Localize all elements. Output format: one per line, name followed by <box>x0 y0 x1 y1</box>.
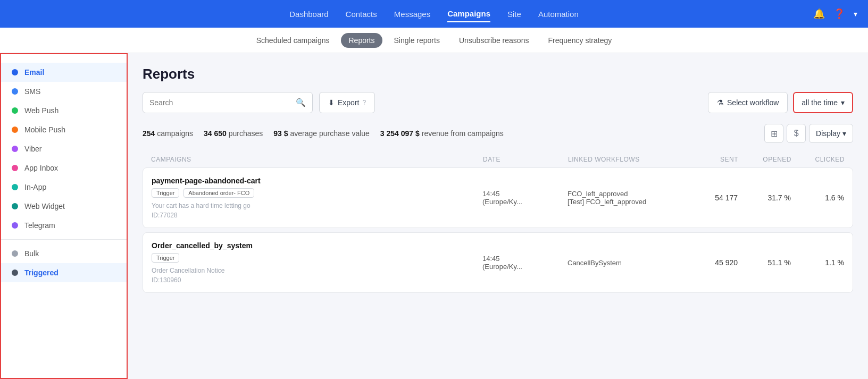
user-dropdown-icon[interactable]: ▾ <box>854 10 857 18</box>
badge-trigger-1: Trigger <box>152 188 179 198</box>
sub-navigation: Scheduled campaigns Reports Single repor… <box>0 28 868 53</box>
campaign-name-2: Order_cancelled_by_system <box>152 241 482 250</box>
main-layout: Email SMS Web Push Mobile Push Viber App… <box>0 53 868 379</box>
triggered-dot <box>12 269 18 276</box>
display-chevron-icon: ▾ <box>842 129 846 138</box>
sidebar-item-label-sms: SMS <box>24 87 40 96</box>
sidebar-item-email[interactable]: Email <box>1 63 127 82</box>
campaigns-label: campaigns <box>157 129 193 138</box>
export-label: Export <box>338 98 359 107</box>
campaign-clicked-1: 1.6 % <box>791 193 844 202</box>
subnav-scheduled-campaigns[interactable]: Scheduled campaigns <box>249 33 337 48</box>
filter-icon: ⚗ <box>717 98 724 107</box>
grid-view-button[interactable]: ⊞ <box>764 124 783 143</box>
export-icon: ⬇ <box>328 98 335 107</box>
col-date: Date <box>483 156 568 163</box>
stats-bar: 254 campaigns 34 650 purchases 93 $ aver… <box>143 124 853 143</box>
campaign-sent-2: 45 920 <box>685 258 738 267</box>
campaign-clicked-2: 1.1 % <box>791 258 844 267</box>
all-time-button[interactable]: all the time ▾ <box>793 92 853 113</box>
sidebar-item-label-app-inbox: App Inbox <box>24 164 58 172</box>
email-dot <box>12 69 18 75</box>
subnav-reports[interactable]: Reports <box>341 33 382 48</box>
table-row[interactable]: payment-page-abandoned-cart Trigger Aban… <box>143 167 853 228</box>
subnav-frequency-strategy[interactable]: Frequency strategy <box>540 33 619 48</box>
campaign-badges-1: Trigger Abandoned order- FCO <box>152 188 482 200</box>
campaign-date-1: 14:45 (Europe/Ky... <box>482 190 567 206</box>
export-help-icon: ? <box>362 99 366 106</box>
badge-workflow-1: Abandoned order- FCO <box>183 188 254 198</box>
all-time-label: all the time <box>802 98 838 107</box>
display-label: Display <box>816 129 840 138</box>
campaign-info-1: payment-page-abandoned-cart Trigger Aban… <box>152 176 482 219</box>
display-dropdown-button[interactable]: Display ▾ <box>809 124 853 143</box>
col-sent: Sent <box>685 156 738 163</box>
campaign-opened-1: 31.7 % <box>738 193 791 202</box>
nav-messages[interactable]: Messages <box>394 6 430 22</box>
sidebar-item-sms[interactable]: SMS <box>1 82 127 101</box>
subnav-unsubscribe-reasons[interactable]: Unsubscribe reasons <box>452 33 537 48</box>
sidebar-item-app-inbox[interactable]: App Inbox <box>1 158 127 178</box>
help-icon[interactable]: ❓ <box>833 8 845 20</box>
sidebar-item-bulk[interactable]: Bulk <box>1 244 127 263</box>
all-time-chevron-icon: ▾ <box>841 98 845 107</box>
sidebar-item-viber[interactable]: Viber <box>1 139 127 158</box>
revenue-currency: $ <box>415 129 420 138</box>
campaign-desc-2: Order Cancellation Notice <box>152 267 482 274</box>
dollar-icon: $ <box>794 129 799 138</box>
sidebar-item-label-bulk: Bulk <box>24 249 39 258</box>
avg-purchase-value: 93 <box>273 129 282 138</box>
sidebar-item-label-triggered: Triggered <box>24 268 59 277</box>
table-header: Campaigns Date Linked workflows Sent Ope… <box>143 151 853 167</box>
revenue-label: revenue from campaigns <box>422 129 504 138</box>
app-inbox-dot <box>12 165 18 171</box>
campaigns-count: 254 <box>143 129 155 138</box>
nav-right-icons: 🔔 ❓ ▾ <box>813 8 857 20</box>
purchases-label: purchases <box>229 129 263 138</box>
search-input[interactable] <box>149 98 296 107</box>
currency-view-button[interactable]: $ <box>787 124 806 143</box>
export-button[interactable]: ⬇ Export ? <box>319 92 375 113</box>
sidebar-item-web-widget[interactable]: Web Widget <box>1 197 127 216</box>
sidebar-item-triggered[interactable]: Triggered <box>1 263 127 282</box>
select-workflow-label: Select workflow <box>727 98 779 107</box>
search-box[interactable]: 🔍 <box>143 92 313 113</box>
campaign-workflows-2: CancellBySystem <box>567 259 685 267</box>
nav-dashboard[interactable]: Dashboard <box>289 6 328 22</box>
nav-contacts[interactable]: Contacts <box>346 6 377 22</box>
sidebar-item-label-viber: Viber <box>24 145 41 153</box>
campaign-info-2: Order_cancelled_by_system Trigger Order … <box>152 241 482 284</box>
campaign-sent-1: 54 177 <box>685 193 738 202</box>
campaign-workflows-1: FCO_left_approved [Test] FCO_left_approv… <box>567 190 685 206</box>
nav-automation[interactable]: Automation <box>538 6 579 22</box>
campaign-opened-2: 51.1 % <box>738 258 791 267</box>
revenue-count: 3 254 097 <box>380 129 413 138</box>
sidebar-item-in-app[interactable]: In-App <box>1 178 127 197</box>
col-opened: Opened <box>738 156 791 163</box>
avg-purchase-label: average purchase value <box>290 129 369 138</box>
sidebar: Email SMS Web Push Mobile Push Viber App… <box>0 53 128 379</box>
mobile-push-dot <box>12 127 18 133</box>
main-content: Reports 🔍 ⬇ Export ? ⚗ Select workflow a… <box>128 53 868 379</box>
campaign-desc-1: Your cart has a hard time letting go <box>152 202 482 209</box>
campaign-badges-2: Trigger <box>152 253 482 265</box>
bulk-dot <box>12 250 18 257</box>
sidebar-item-label-web-widget: Web Widget <box>24 202 65 210</box>
nav-campaigns[interactable]: Campaigns <box>447 6 490 22</box>
campaign-id-2: ID:130960 <box>152 276 482 284</box>
sidebar-item-label-web-push: Web Push <box>24 106 59 115</box>
sidebar-item-mobile-push[interactable]: Mobile Push <box>1 120 127 139</box>
page-title: Reports <box>143 66 853 82</box>
sidebar-item-web-push[interactable]: Web Push <box>1 101 127 120</box>
nav-site[interactable]: Site <box>507 6 521 22</box>
table-row[interactable]: Order_cancelled_by_system Trigger Order … <box>143 232 853 293</box>
viber-dot <box>12 146 18 152</box>
sidebar-section-type: Bulk Triggered <box>1 239 127 282</box>
select-workflow-button[interactable]: ⚗ Select workflow <box>708 92 788 113</box>
toolbar-right: ⚗ Select workflow all the time ▾ <box>708 92 853 113</box>
telegram-dot <box>12 222 18 229</box>
subnav-single-reports[interactable]: Single reports <box>387 33 447 48</box>
sidebar-item-telegram[interactable]: Telegram <box>1 216 127 235</box>
notifications-icon[interactable]: 🔔 <box>813 8 825 20</box>
currency-symbol: $ <box>284 129 288 138</box>
